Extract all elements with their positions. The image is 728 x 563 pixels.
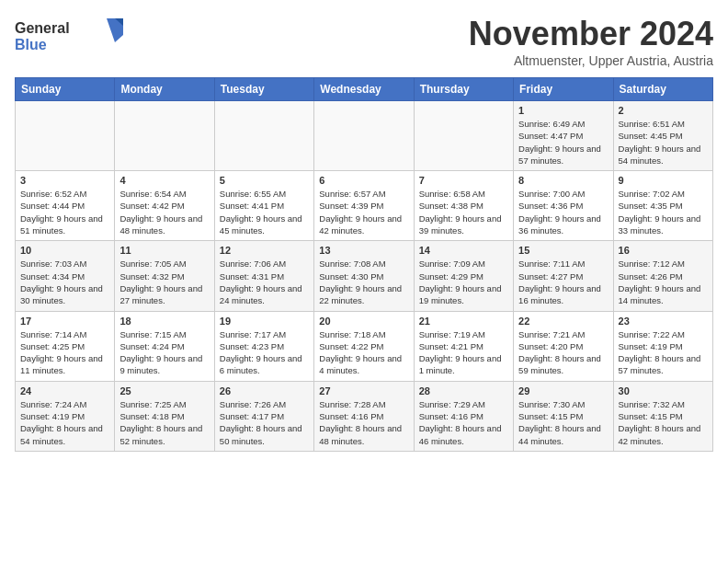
day-cell: 28Sunrise: 7:29 AM Sunset: 4:16 PM Dayli… (414, 381, 513, 451)
day-info: Sunrise: 7:02 AM Sunset: 4:35 PM Dayligh… (619, 188, 708, 236)
day-cell: 11Sunrise: 7:05 AM Sunset: 4:32 PM Dayli… (115, 241, 214, 311)
day-number: 9 (619, 175, 708, 186)
day-info: Sunrise: 7:00 AM Sunset: 4:36 PM Dayligh… (518, 188, 608, 236)
day-cell: 14Sunrise: 7:09 AM Sunset: 4:29 PM Dayli… (414, 241, 513, 311)
day-cell: 19Sunrise: 7:17 AM Sunset: 4:23 PM Dayli… (214, 311, 313, 381)
day-info: Sunrise: 7:17 AM Sunset: 4:23 PM Dayligh… (220, 328, 309, 377)
day-number: 2 (619, 105, 708, 116)
day-cell: 22Sunrise: 7:21 AM Sunset: 4:20 PM Dayli… (514, 311, 613, 381)
day-info: Sunrise: 6:54 AM Sunset: 4:42 PM Dayligh… (119, 188, 209, 236)
day-cell (214, 101, 313, 171)
day-number: 17 (20, 316, 109, 327)
calendar-body: 1Sunrise: 6:49 AM Sunset: 4:47 PM Daylig… (16, 101, 713, 452)
day-number: 4 (119, 175, 209, 186)
day-cell (16, 101, 115, 171)
day-cell: 27Sunrise: 7:28 AM Sunset: 4:16 PM Dayli… (314, 381, 414, 451)
day-info: Sunrise: 7:06 AM Sunset: 4:31 PM Dayligh… (220, 258, 309, 306)
svg-text:General: General (15, 20, 70, 36)
weekday-header-thursday: Thursday (414, 78, 513, 101)
day-cell: 12Sunrise: 7:06 AM Sunset: 4:31 PM Dayli… (214, 241, 313, 311)
day-cell: 17Sunrise: 7:14 AM Sunset: 4:25 PM Dayli… (16, 311, 115, 381)
day-info: Sunrise: 7:24 AM Sunset: 4:19 PM Dayligh… (20, 398, 109, 447)
day-info: Sunrise: 7:32 AM Sunset: 4:15 PM Dayligh… (619, 398, 708, 447)
day-number: 14 (419, 245, 508, 256)
logo: General Blue (15, 15, 134, 56)
day-number: 27 (319, 385, 408, 396)
month-title: November 2024 (469, 15, 713, 53)
day-info: Sunrise: 7:22 AM Sunset: 4:19 PM Dayligh… (619, 328, 708, 377)
day-number: 26 (220, 385, 309, 396)
weekday-header-saturday: Saturday (613, 78, 712, 101)
weekday-header-wednesday: Wednesday (314, 78, 414, 101)
week-row-2: 10Sunrise: 7:03 AM Sunset: 4:34 PM Dayli… (16, 241, 713, 311)
day-number: 19 (220, 316, 309, 327)
title-area: November 2024 Altmuenster, Upper Austria… (469, 15, 713, 68)
day-number: 11 (119, 245, 209, 256)
day-cell: 20Sunrise: 7:18 AM Sunset: 4:22 PM Dayli… (314, 311, 414, 381)
week-row-1: 3Sunrise: 6:52 AM Sunset: 4:44 PM Daylig… (16, 171, 713, 241)
day-info: Sunrise: 7:05 AM Sunset: 4:32 PM Dayligh… (119, 258, 209, 306)
day-number: 5 (220, 175, 309, 186)
day-cell: 25Sunrise: 7:25 AM Sunset: 4:18 PM Dayli… (115, 381, 214, 451)
week-row-4: 24Sunrise: 7:24 AM Sunset: 4:19 PM Dayli… (16, 381, 713, 451)
day-info: Sunrise: 7:03 AM Sunset: 4:34 PM Dayligh… (20, 258, 109, 306)
day-cell: 6Sunrise: 6:57 AM Sunset: 4:39 PM Daylig… (314, 171, 414, 241)
day-info: Sunrise: 7:19 AM Sunset: 4:21 PM Dayligh… (419, 328, 508, 377)
day-info: Sunrise: 7:09 AM Sunset: 4:29 PM Dayligh… (419, 258, 508, 306)
day-number: 15 (518, 245, 608, 256)
day-number: 12 (220, 245, 309, 256)
day-cell: 4Sunrise: 6:54 AM Sunset: 4:42 PM Daylig… (115, 171, 214, 241)
day-info: Sunrise: 7:29 AM Sunset: 4:16 PM Dayligh… (419, 398, 508, 447)
calendar-header: SundayMondayTuesdayWednesdayThursdayFrid… (16, 78, 713, 101)
day-info: Sunrise: 6:49 AM Sunset: 4:47 PM Dayligh… (518, 118, 608, 167)
day-info: Sunrise: 7:15 AM Sunset: 4:24 PM Dayligh… (119, 328, 209, 377)
day-info: Sunrise: 7:08 AM Sunset: 4:30 PM Dayligh… (319, 258, 408, 306)
day-number: 16 (619, 245, 708, 256)
day-cell: 30Sunrise: 7:32 AM Sunset: 4:15 PM Dayli… (613, 381, 712, 451)
day-number: 21 (419, 316, 508, 327)
day-number: 28 (419, 385, 508, 396)
day-number: 13 (319, 245, 408, 256)
day-number: 29 (518, 385, 608, 396)
day-info: Sunrise: 7:28 AM Sunset: 4:16 PM Dayligh… (319, 398, 408, 447)
day-info: Sunrise: 7:26 AM Sunset: 4:17 PM Dayligh… (220, 398, 309, 447)
day-cell: 5Sunrise: 6:55 AM Sunset: 4:41 PM Daylig… (214, 171, 313, 241)
header: General Blue November 2024 Altmuenster, … (15, 15, 713, 68)
day-info: Sunrise: 6:55 AM Sunset: 4:41 PM Dayligh… (220, 188, 309, 236)
day-info: Sunrise: 6:57 AM Sunset: 4:39 PM Dayligh… (319, 188, 408, 236)
day-number: 20 (319, 316, 408, 327)
day-info: Sunrise: 6:58 AM Sunset: 4:38 PM Dayligh… (419, 188, 508, 236)
day-cell: 13Sunrise: 7:08 AM Sunset: 4:30 PM Dayli… (314, 241, 414, 311)
day-number: 25 (119, 385, 209, 396)
day-info: Sunrise: 7:18 AM Sunset: 4:22 PM Dayligh… (319, 328, 408, 377)
day-cell: 23Sunrise: 7:22 AM Sunset: 4:19 PM Dayli… (613, 311, 712, 381)
day-number: 22 (518, 316, 608, 327)
day-cell: 9Sunrise: 7:02 AM Sunset: 4:35 PM Daylig… (613, 171, 712, 241)
weekday-header-sunday: Sunday (16, 78, 115, 101)
day-cell: 18Sunrise: 7:15 AM Sunset: 4:24 PM Dayli… (115, 311, 214, 381)
day-number: 6 (319, 175, 408, 186)
weekday-header-monday: Monday (115, 78, 214, 101)
day-number: 8 (518, 175, 608, 186)
day-number: 7 (419, 175, 508, 186)
week-row-3: 17Sunrise: 7:14 AM Sunset: 4:25 PM Dayli… (16, 311, 713, 381)
day-info: Sunrise: 7:14 AM Sunset: 4:25 PM Dayligh… (20, 328, 109, 377)
day-cell: 7Sunrise: 6:58 AM Sunset: 4:38 PM Daylig… (414, 171, 513, 241)
day-number: 24 (20, 385, 109, 396)
day-number: 30 (619, 385, 708, 396)
day-number: 10 (20, 245, 109, 256)
weekday-row: SundayMondayTuesdayWednesdayThursdayFrid… (16, 78, 713, 101)
day-number: 18 (119, 316, 209, 327)
day-info: Sunrise: 7:30 AM Sunset: 4:15 PM Dayligh… (518, 398, 608, 447)
day-number: 3 (20, 175, 109, 186)
day-info: Sunrise: 7:25 AM Sunset: 4:18 PM Dayligh… (119, 398, 209, 447)
day-cell: 21Sunrise: 7:19 AM Sunset: 4:21 PM Dayli… (414, 311, 513, 381)
day-cell: 29Sunrise: 7:30 AM Sunset: 4:15 PM Dayli… (514, 381, 613, 451)
day-cell (414, 101, 513, 171)
week-row-0: 1Sunrise: 6:49 AM Sunset: 4:47 PM Daylig… (16, 101, 713, 171)
svg-text:Blue: Blue (15, 37, 47, 52)
day-cell: 3Sunrise: 6:52 AM Sunset: 4:44 PM Daylig… (16, 171, 115, 241)
day-cell: 24Sunrise: 7:24 AM Sunset: 4:19 PM Dayli… (16, 381, 115, 451)
day-cell (314, 101, 414, 171)
day-info: Sunrise: 7:11 AM Sunset: 4:27 PM Dayligh… (518, 258, 608, 306)
